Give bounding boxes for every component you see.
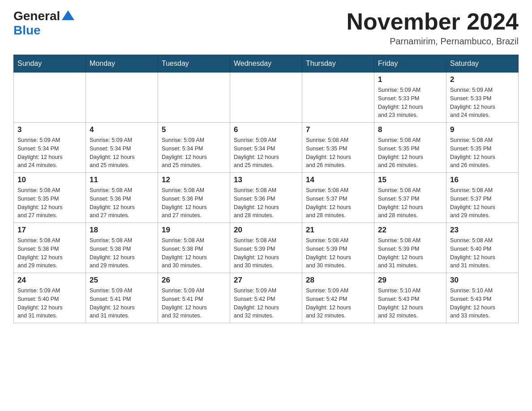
day-info: Sunrise: 5:09 AMSunset: 5:34 PMDaylight:… — [17, 136, 82, 170]
day-info: Sunrise: 5:08 AMSunset: 5:35 PMDaylight:… — [17, 186, 82, 220]
day-of-week-header: Sunday — [14, 55, 86, 73]
day-number: 24 — [17, 276, 82, 285]
calendar-cell: 2Sunrise: 5:09 AMSunset: 5:33 PMDaylight… — [446, 73, 519, 123]
calendar-cell: 24Sunrise: 5:09 AMSunset: 5:40 PMDayligh… — [14, 273, 86, 323]
logo-text: General — [13, 9, 75, 23]
day-number: 1 — [378, 75, 442, 84]
day-info: Sunrise: 5:10 AMSunset: 5:43 PMDaylight:… — [450, 287, 515, 320]
calendar-cell: 17Sunrise: 5:08 AMSunset: 5:38 PMDayligh… — [14, 223, 86, 273]
calendar-cell: 30Sunrise: 5:10 AMSunset: 5:43 PMDayligh… — [446, 273, 519, 323]
calendar-cell: 10Sunrise: 5:08 AMSunset: 5:35 PMDayligh… — [14, 173, 86, 223]
day-of-week-header: Friday — [374, 55, 446, 73]
day-info: Sunrise: 5:09 AMSunset: 5:40 PMDaylight:… — [17, 287, 82, 320]
calendar-cell: 26Sunrise: 5:09 AMSunset: 5:41 PMDayligh… — [158, 273, 230, 323]
month-title: November 2024 — [347, 9, 519, 34]
calendar-cell — [302, 73, 374, 123]
day-number: 17 — [17, 226, 82, 235]
day-info: Sunrise: 5:08 AMSunset: 5:35 PMDaylight:… — [306, 136, 370, 170]
day-of-week-header: Thursday — [302, 55, 374, 73]
calendar-cell: 11Sunrise: 5:08 AMSunset: 5:36 PMDayligh… — [86, 173, 158, 223]
calendar-cell: 18Sunrise: 5:08 AMSunset: 5:38 PMDayligh… — [86, 223, 158, 273]
day-info: Sunrise: 5:08 AMSunset: 5:37 PMDaylight:… — [306, 186, 370, 220]
calendar-cell: 21Sunrise: 5:08 AMSunset: 5:39 PMDayligh… — [302, 223, 374, 273]
calendar-week-row: 1Sunrise: 5:09 AMSunset: 5:33 PMDaylight… — [14, 73, 519, 123]
calendar-table: SundayMondayTuesdayWednesdayThursdayFrid… — [13, 55, 519, 323]
day-number: 15 — [378, 176, 442, 184]
day-info: Sunrise: 5:09 AMSunset: 5:41 PMDaylight:… — [162, 287, 226, 320]
calendar-cell — [158, 73, 230, 123]
day-info: Sunrise: 5:09 AMSunset: 5:34 PMDaylight:… — [90, 136, 154, 170]
calendar-week-row: 24Sunrise: 5:09 AMSunset: 5:40 PMDayligh… — [14, 273, 519, 323]
day-number: 13 — [234, 176, 298, 184]
calendar-week-row: 3Sunrise: 5:09 AMSunset: 5:34 PMDaylight… — [14, 123, 519, 173]
day-number: 21 — [306, 226, 370, 235]
day-info: Sunrise: 5:08 AMSunset: 5:40 PMDaylight:… — [450, 236, 515, 270]
logo-triangle-icon — [62, 10, 74, 20]
calendar-cell — [230, 73, 302, 123]
day-info: Sunrise: 5:08 AMSunset: 5:36 PMDaylight:… — [162, 186, 226, 220]
logo-general: General — [13, 9, 60, 23]
day-number: 4 — [90, 125, 154, 134]
day-number: 8 — [378, 125, 442, 134]
day-number: 18 — [90, 226, 154, 235]
location-subtitle: Parnamirim, Pernambuco, Brazil — [347, 36, 519, 47]
calendar-cell — [86, 73, 158, 123]
day-number: 25 — [90, 276, 154, 285]
day-info: Sunrise: 5:08 AMSunset: 5:38 PMDaylight:… — [90, 236, 154, 270]
day-info: Sunrise: 5:08 AMSunset: 5:39 PMDaylight:… — [234, 236, 298, 270]
day-of-week-header: Tuesday — [158, 55, 230, 73]
day-number: 14 — [306, 176, 370, 184]
page-header: General Blue November 2024 Parnamirim, P… — [13, 9, 519, 47]
calendar-cell: 22Sunrise: 5:08 AMSunset: 5:39 PMDayligh… — [374, 223, 446, 273]
calendar-cell: 20Sunrise: 5:08 AMSunset: 5:39 PMDayligh… — [230, 223, 302, 273]
calendar-week-row: 10Sunrise: 5:08 AMSunset: 5:35 PMDayligh… — [14, 173, 519, 223]
logo-blue-text: Blue — [13, 23, 41, 38]
calendar-cell: 16Sunrise: 5:08 AMSunset: 5:37 PMDayligh… — [446, 173, 519, 223]
day-of-week-header: Wednesday — [230, 55, 302, 73]
day-number: 12 — [162, 176, 226, 184]
day-info: Sunrise: 5:09 AMSunset: 5:42 PMDaylight:… — [234, 287, 298, 320]
day-number: 30 — [450, 276, 515, 285]
calendar-cell: 6Sunrise: 5:09 AMSunset: 5:34 PMDaylight… — [230, 123, 302, 173]
day-number: 16 — [450, 176, 515, 184]
calendar-cell: 1Sunrise: 5:09 AMSunset: 5:33 PMDaylight… — [374, 73, 446, 123]
day-number: 3 — [17, 125, 82, 134]
day-info: Sunrise: 5:08 AMSunset: 5:39 PMDaylight:… — [306, 236, 370, 270]
day-number: 10 — [17, 176, 82, 184]
day-number: 27 — [234, 276, 298, 285]
day-info: Sunrise: 5:08 AMSunset: 5:38 PMDaylight:… — [17, 236, 82, 270]
calendar-cell: 13Sunrise: 5:08 AMSunset: 5:36 PMDayligh… — [230, 173, 302, 223]
day-info: Sunrise: 5:09 AMSunset: 5:41 PMDaylight:… — [90, 287, 154, 320]
calendar-cell: 29Sunrise: 5:10 AMSunset: 5:43 PMDayligh… — [374, 273, 446, 323]
day-info: Sunrise: 5:09 AMSunset: 5:34 PMDaylight:… — [234, 136, 298, 170]
calendar-header-row: SundayMondayTuesdayWednesdayThursdayFrid… — [14, 55, 519, 73]
day-info: Sunrise: 5:10 AMSunset: 5:43 PMDaylight:… — [378, 287, 442, 320]
day-number: 9 — [450, 125, 515, 134]
day-number: 7 — [306, 125, 370, 134]
calendar-cell: 3Sunrise: 5:09 AMSunset: 5:34 PMDaylight… — [14, 123, 86, 173]
calendar-cell: 8Sunrise: 5:08 AMSunset: 5:35 PMDaylight… — [374, 123, 446, 173]
day-info: Sunrise: 5:08 AMSunset: 5:38 PMDaylight:… — [162, 236, 226, 270]
calendar-cell: 12Sunrise: 5:08 AMSunset: 5:36 PMDayligh… — [158, 173, 230, 223]
calendar-cell: 19Sunrise: 5:08 AMSunset: 5:38 PMDayligh… — [158, 223, 230, 273]
day-info: Sunrise: 5:08 AMSunset: 5:35 PMDaylight:… — [450, 136, 515, 170]
day-number: 2 — [450, 75, 515, 84]
day-of-week-header: Monday — [86, 55, 158, 73]
day-number: 23 — [450, 226, 515, 235]
day-info: Sunrise: 5:09 AMSunset: 5:33 PMDaylight:… — [450, 86, 515, 120]
day-number: 20 — [234, 226, 298, 235]
day-number: 26 — [162, 276, 226, 285]
day-number: 5 — [162, 125, 226, 134]
day-number: 11 — [90, 176, 154, 184]
calendar-week-row: 17Sunrise: 5:08 AMSunset: 5:38 PMDayligh… — [14, 223, 519, 273]
calendar-cell: 7Sunrise: 5:08 AMSunset: 5:35 PMDaylight… — [302, 123, 374, 173]
day-info: Sunrise: 5:08 AMSunset: 5:39 PMDaylight:… — [378, 236, 442, 270]
title-block: November 2024 Parnamirim, Pernambuco, Br… — [347, 9, 519, 47]
day-info: Sunrise: 5:08 AMSunset: 5:37 PMDaylight:… — [450, 186, 515, 220]
calendar-cell: 5Sunrise: 5:09 AMSunset: 5:34 PMDaylight… — [158, 123, 230, 173]
day-info: Sunrise: 5:09 AMSunset: 5:34 PMDaylight:… — [162, 136, 226, 170]
calendar-cell: 23Sunrise: 5:08 AMSunset: 5:40 PMDayligh… — [446, 223, 519, 273]
calendar-cell: 28Sunrise: 5:09 AMSunset: 5:42 PMDayligh… — [302, 273, 374, 323]
calendar-cell: 9Sunrise: 5:08 AMSunset: 5:35 PMDaylight… — [446, 123, 519, 173]
day-of-week-header: Saturday — [446, 55, 519, 73]
